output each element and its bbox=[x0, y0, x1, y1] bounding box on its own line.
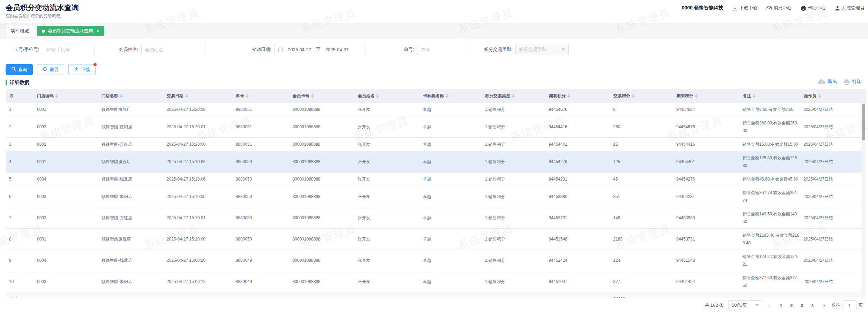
column-header-card_no[interactable]: 会员卡号 bbox=[289, 93, 354, 99]
table-row[interactable]: 70002领锋智能-万红店2025-04-27 15:10:0188800508… bbox=[6, 207, 861, 229]
cell-opening: 94454676 bbox=[545, 103, 610, 116]
cell-tx_type: 1.销售积分 bbox=[481, 120, 545, 133]
column-settings-button[interactable]: ⚙ bbox=[6, 93, 33, 99]
table-row[interactable]: 40001领锋智能旗舰店2025-04-27 15:10:06990005080… bbox=[6, 151, 861, 173]
column-header-store_code[interactable]: 门店编码 bbox=[33, 93, 98, 99]
sort-icon[interactable] bbox=[446, 94, 448, 98]
sort-icon[interactable] bbox=[185, 94, 188, 98]
download-icon bbox=[732, 6, 738, 11]
table-row[interactable]: 80001领锋智能旗舰店2025-04-27 15:10:00888005080… bbox=[6, 229, 861, 250]
refresh-icon bbox=[43, 67, 47, 72]
download-button[interactable]: 下载 bbox=[68, 64, 96, 75]
cell-store_name: 领锋智能旗舰店 bbox=[98, 232, 163, 246]
cell-num: 2 bbox=[6, 120, 33, 133]
vertical-scrollbar[interactable] bbox=[861, 103, 866, 302]
cell-num: 1 bbox=[6, 103, 33, 116]
page-1[interactable]: 1 bbox=[777, 301, 786, 310]
message-center-link[interactable]: 消息中心 bbox=[767, 5, 792, 11]
cell-remark: 销售金额377.50;有效金额377.50 bbox=[739, 271, 800, 292]
column-header-member[interactable]: 会员姓名 bbox=[354, 93, 420, 99]
sort-icon[interactable] bbox=[376, 94, 379, 98]
cell-card_type: 卓越 bbox=[420, 138, 482, 151]
column-header-store_name[interactable]: 门店名称 bbox=[98, 93, 163, 99]
cell-member: 张开发 bbox=[354, 138, 420, 151]
cell-member: 张开发 bbox=[354, 155, 420, 168]
column-header-card_type[interactable]: 卡种类名称 bbox=[420, 93, 482, 99]
cell-tx_type: 1.销售积分 bbox=[481, 254, 545, 267]
help-center-link[interactable]: ? 帮助中心 bbox=[801, 5, 826, 11]
column-header-tx_type[interactable]: 积分交易类型 bbox=[482, 93, 545, 99]
sort-icon[interactable] bbox=[311, 94, 314, 98]
sort-icon[interactable] bbox=[567, 94, 570, 98]
sort-icon[interactable] bbox=[753, 94, 756, 98]
card-number-input[interactable] bbox=[42, 44, 95, 55]
user-menu[interactable]: 系統管理員 bbox=[835, 5, 865, 11]
sort-icon[interactable] bbox=[695, 94, 698, 98]
page-3[interactable]: 3 bbox=[798, 301, 807, 310]
column-header-operator[interactable]: 操作员 bbox=[800, 93, 862, 99]
cell-store_code: 0001 bbox=[33, 155, 98, 168]
close-icon[interactable]: × bbox=[97, 28, 99, 34]
cell-closing: 94454401 bbox=[673, 155, 739, 168]
cell-card_no: 800001088888 bbox=[289, 254, 354, 267]
cell-opening: 94454231 bbox=[545, 173, 610, 186]
goto-label: 前往 bbox=[831, 302, 840, 308]
reset-button[interactable]: 重置 bbox=[37, 64, 64, 75]
gear-icon: ⚙ bbox=[9, 93, 14, 99]
cell-date: 2025-04-27 15:10:00 bbox=[163, 232, 232, 246]
goto-page-input[interactable] bbox=[843, 300, 856, 310]
table-row[interactable]: 90004领锋智能-城北店2025-04-27 15:00:2088800498… bbox=[6, 250, 861, 271]
date-range-picker[interactable]: 2025-04-27 至 2025-04-27 bbox=[274, 44, 365, 55]
cell-num: 9 bbox=[6, 254, 33, 267]
table-row[interactable]: 20003领锋智能-暨阳店2025-04-27 15:20:0188800518… bbox=[6, 116, 861, 138]
download-center-link[interactable]: 下载中心 bbox=[732, 5, 757, 11]
page-4[interactable]: 4 bbox=[808, 301, 817, 310]
table-row[interactable]: 10001领锋智能旗舰店2025-04-27 15:20:08990005180… bbox=[6, 103, 861, 116]
column-header-points[interactable]: 交易积分 bbox=[610, 93, 673, 99]
filter-name-group: 会员姓名: bbox=[119, 44, 205, 55]
column-header-order_no[interactable]: 单号 bbox=[232, 93, 289, 99]
sort-icon[interactable] bbox=[246, 94, 249, 98]
cell-card_type: 卓越 bbox=[420, 155, 482, 168]
table-row[interactable]: 50004领锋智能-城北店2025-04-27 15:10:0688800508… bbox=[6, 173, 861, 186]
query-button[interactable]: 查询 bbox=[6, 64, 33, 75]
sort-icon[interactable] bbox=[512, 94, 515, 98]
scrollbar-thumb[interactable] bbox=[862, 104, 865, 140]
prev-page-button[interactable]: ‹ bbox=[767, 302, 771, 308]
cell-remark: 销售金额124.21;有效金额124.21 bbox=[739, 250, 800, 271]
date-to-value[interactable]: 2025-04-27 bbox=[325, 47, 349, 52]
tab-points-flow-query[interactable]: 会员积分变动流水查询 × bbox=[37, 26, 104, 36]
cell-operator: 2025/04/27日结 bbox=[800, 155, 861, 168]
sort-icon[interactable] bbox=[120, 94, 123, 98]
cell-remark: 销售金额15.00;有效金额15.00 bbox=[739, 138, 800, 151]
page-size-select[interactable]: 50条/页 bbox=[729, 300, 762, 310]
tab-realtime-overview[interactable]: 实时概览 bbox=[6, 26, 34, 36]
points-type-select[interactable]: 积分交易类型 bbox=[515, 44, 569, 55]
cell-points: 2183 bbox=[610, 232, 673, 246]
table-row[interactable]: 100003领锋智能-暨阳店2025-04-27 15:00:128880049… bbox=[6, 271, 861, 292]
cell-closing: 94454684 bbox=[673, 103, 739, 116]
column-header-remark[interactable]: 备注 bbox=[739, 93, 800, 99]
sort-icon[interactable] bbox=[55, 94, 58, 98]
next-page-button[interactable]: › bbox=[822, 302, 827, 308]
table-row[interactable]: 30002领锋智能-万红店2025-04-27 15:20:0088800518… bbox=[6, 138, 861, 151]
tab-strip: 实时概览 会员积分变动流水查询 × bbox=[0, 23, 868, 39]
sort-icon[interactable] bbox=[818, 94, 821, 98]
table-row[interactable]: 60003领锋智能-暨阳店2025-04-27 15:10:0588800508… bbox=[6, 186, 861, 207]
member-name-input[interactable] bbox=[141, 44, 205, 55]
section-head: 详细数据 bbox=[6, 79, 29, 86]
order-number-input[interactable] bbox=[417, 44, 470, 55]
cell-opening: 94454416 bbox=[545, 120, 610, 133]
column-header-date[interactable]: 交易日期 bbox=[163, 93, 232, 99]
cell-store_code: 0002 bbox=[33, 138, 98, 151]
export-button[interactable]: 导出 bbox=[818, 79, 837, 85]
date-from-value[interactable]: 2025-04-27 bbox=[288, 47, 311, 52]
section-tools: 导出 打印 bbox=[818, 79, 862, 85]
column-header-opening[interactable]: 期初积分 bbox=[545, 93, 610, 99]
cell-operator: 2025/04/27日结 bbox=[800, 138, 861, 151]
sort-icon[interactable] bbox=[632, 94, 635, 98]
column-header-closing[interactable]: 期末积分 bbox=[673, 93, 739, 99]
page-2[interactable]: 2 bbox=[787, 301, 796, 310]
print-button[interactable]: 打印 bbox=[844, 79, 862, 85]
cell-tx_type: 1.销售积分 bbox=[481, 232, 545, 246]
